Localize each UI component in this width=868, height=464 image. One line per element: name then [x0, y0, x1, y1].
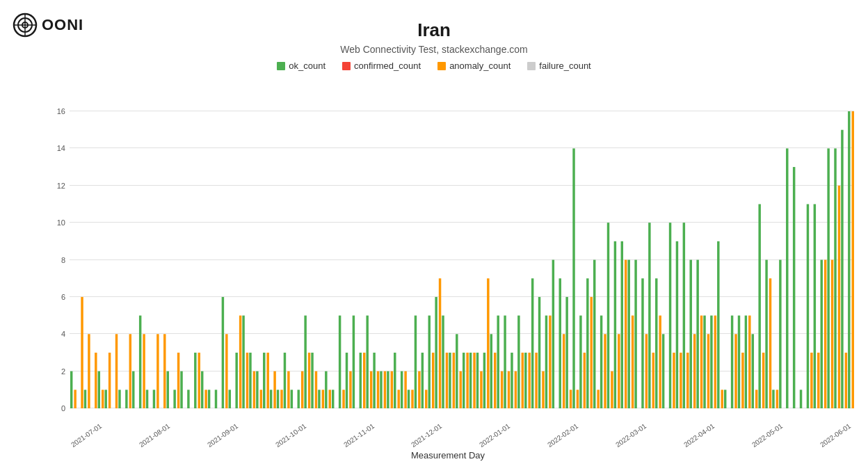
- bar-anomaly: [542, 371, 544, 408]
- bar-anomaly: [308, 353, 310, 408]
- bar-anomaly: [273, 371, 275, 408]
- bar-ok: [215, 390, 217, 408]
- bar-ok: [634, 260, 636, 409]
- bar-ok: [621, 241, 623, 408]
- bar-ok: [696, 260, 698, 409]
- bar-anomaly: [287, 371, 289, 408]
- bar-ok: [545, 316, 547, 408]
- y-axis-label: 2: [61, 367, 65, 376]
- bar-ok: [772, 390, 774, 408]
- ooni-logo-icon: [13, 13, 38, 38]
- bar-anomaly: [446, 353, 448, 408]
- bar-anomaly: [143, 334, 145, 408]
- bar-ok: [821, 260, 823, 409]
- bar-anomaly: [831, 260, 833, 409]
- bar-anomaly: [762, 353, 764, 408]
- bar-anomaly: [817, 353, 819, 408]
- bar-anomaly: [129, 334, 131, 408]
- logo-text: OONI: [42, 16, 83, 34]
- bars-area: [70, 111, 854, 408]
- bar-anomaly: [411, 390, 413, 408]
- bar-ok: [318, 390, 320, 408]
- bar-anomaly: [776, 390, 778, 408]
- bar-ok: [98, 371, 100, 408]
- bar-anomaly: [686, 353, 689, 408]
- bar-anomaly: [810, 353, 812, 408]
- bar-ok: [800, 390, 802, 408]
- bar-ok: [373, 353, 375, 408]
- x-axis-label: 2021-10-01: [274, 422, 307, 449]
- bar-ok: [552, 260, 554, 409]
- bar-anomaly: [204, 390, 207, 408]
- legend-item: anomaly_count: [437, 61, 511, 71]
- bar-anomaly: [177, 353, 179, 408]
- y-axis-label: 12: [57, 182, 65, 190]
- bar-anomaly: [480, 371, 482, 408]
- bar-ok: [841, 130, 843, 408]
- bar-ok: [456, 334, 458, 408]
- legend: ok_countconfirmed_countanomaly_countfail…: [0, 61, 868, 71]
- bar-anomaly: [577, 390, 579, 408]
- legend-color: [437, 62, 446, 70]
- bar-anomaly: [734, 334, 737, 408]
- bar-anomaly: [280, 390, 282, 408]
- bar-ok: [469, 353, 472, 408]
- bar-anomaly: [528, 353, 530, 408]
- x-axis-title: Measurement Day: [411, 450, 485, 461]
- bar-anomaly: [453, 353, 455, 408]
- bar-anomaly: [225, 334, 227, 408]
- bar-ok: [249, 353, 251, 408]
- bar-ok: [353, 316, 355, 408]
- y-axis-label: 6: [61, 293, 65, 301]
- bar-ok: [339, 316, 341, 408]
- bar-anomaly: [198, 353, 200, 408]
- bar-ok: [153, 390, 155, 408]
- bar-ok: [497, 316, 499, 408]
- bar-ok: [304, 316, 306, 408]
- bar-ok: [173, 390, 175, 408]
- legend-color: [527, 62, 536, 70]
- bar-ok: [538, 297, 540, 408]
- bar-ok: [394, 353, 396, 408]
- bar-anomaly: [108, 353, 111, 408]
- bar-anomaly: [342, 390, 344, 408]
- bar-anomaly: [838, 186, 840, 408]
- bar-anomaly: [81, 297, 83, 408]
- bar-anomaly: [845, 353, 847, 408]
- bar-ok: [676, 241, 678, 408]
- y-axis-label: 16: [57, 107, 65, 115]
- bar-ok: [565, 297, 568, 408]
- bar-anomaly: [156, 334, 159, 408]
- chart-title: Iran: [0, 0, 868, 41]
- bar-anomaly: [102, 390, 104, 408]
- bar-anomaly: [74, 390, 76, 408]
- bar-ok: [263, 353, 265, 408]
- bar-ok: [291, 390, 293, 408]
- bar-ok: [408, 390, 410, 408]
- legend-item: ok_count: [277, 61, 326, 71]
- bar-ok: [139, 316, 141, 408]
- bar-ok: [104, 390, 106, 408]
- bar-ok: [270, 390, 272, 408]
- bar-ok: [180, 371, 182, 408]
- bar-ok: [84, 390, 86, 408]
- bar-anomaly: [301, 371, 303, 408]
- bar-ok: [277, 390, 279, 408]
- bar-anomaly: [549, 316, 551, 408]
- bar-anomaly: [460, 371, 462, 408]
- x-axis-label: 2022-01-01: [478, 422, 511, 449]
- bar-anomaly: [384, 371, 386, 408]
- bar-anomaly: [645, 334, 648, 408]
- bar-ok: [435, 297, 437, 408]
- bar-anomaly: [714, 316, 716, 408]
- x-axis-label: 2022-04-01: [682, 422, 716, 449]
- bar-ok: [449, 353, 451, 408]
- bar-anomaly: [680, 353, 682, 408]
- bar-anomaly: [597, 390, 599, 408]
- bar-ok: [360, 353, 362, 408]
- bar-ok: [827, 148, 829, 408]
- bar-anomaly: [755, 390, 757, 408]
- bar-ok: [559, 278, 561, 408]
- bar-ok: [793, 167, 795, 408]
- bar-ok: [332, 390, 334, 408]
